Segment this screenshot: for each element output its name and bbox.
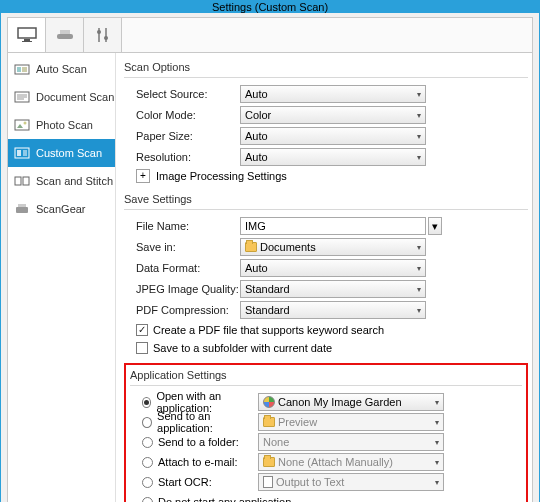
- window-title: Settings (Custom Scan): [212, 1, 328, 13]
- send-app-radio[interactable]: Send to an application:: [130, 410, 258, 434]
- chevron-down-icon: ▾: [417, 132, 421, 141]
- app-icon: [263, 396, 275, 408]
- svg-point-6: [97, 30, 101, 34]
- sidebar-item-document-scan[interactable]: Document Scan: [8, 83, 115, 111]
- select-source-dropdown[interactable]: Auto▾: [240, 85, 426, 103]
- sidebar-item-label: Auto Scan: [36, 63, 87, 75]
- svg-rect-24: [16, 207, 28, 213]
- sidebar-item-auto-scan[interactable]: Auto Scan: [8, 55, 115, 83]
- attach-email-radio[interactable]: Attach to e-mail:: [130, 456, 258, 468]
- sidebar-item-label: Custom Scan: [36, 147, 102, 159]
- sidebar-item-scan-stitch[interactable]: Scan and Stitch: [8, 167, 115, 195]
- radio-icon: [142, 457, 153, 468]
- svg-rect-10: [17, 67, 21, 72]
- svg-rect-25: [18, 204, 26, 207]
- radio-icon: [142, 497, 153, 503]
- image-processing-label: Image Processing Settings: [156, 170, 287, 182]
- sidebar-item-label: Scan and Stitch: [36, 175, 113, 187]
- save-subfolder-checkbox[interactable]: Save to a subfolder with current date: [124, 339, 528, 357]
- svg-rect-22: [15, 177, 21, 185]
- do-not-start-radio[interactable]: Do not start any application: [130, 496, 291, 502]
- svg-rect-0: [18, 28, 36, 38]
- svg-point-18: [24, 122, 27, 125]
- auto-scan-icon: [14, 62, 30, 76]
- chevron-down-icon: ▾: [417, 306, 421, 315]
- radio-icon: [142, 437, 153, 448]
- create-pdf-keyword-label: Create a PDF file that supports keyword …: [153, 324, 384, 336]
- chevron-down-icon: ▾: [435, 418, 439, 427]
- svg-rect-23: [23, 177, 29, 185]
- send-app-dropdown[interactable]: Preview▾: [258, 413, 444, 431]
- image-processing-expand[interactable]: + Image Processing Settings: [124, 169, 528, 183]
- chevron-down-icon: ▾: [417, 264, 421, 273]
- checkbox-unchecked-icon: [136, 342, 148, 354]
- save-settings-title: Save Settings: [124, 193, 528, 205]
- create-pdf-keyword-checkbox[interactable]: ✓ Create a PDF file that supports keywor…: [124, 321, 528, 339]
- plus-icon: +: [136, 169, 150, 183]
- radio-icon: [142, 417, 152, 428]
- scan-options-title: Scan Options: [124, 61, 528, 73]
- main-area: Auto Scan Document Scan Photo Scan Custo…: [7, 53, 533, 502]
- sliders-icon: [94, 26, 112, 44]
- svg-rect-1: [24, 39, 30, 41]
- pdf-compression-label: PDF Compression:: [124, 304, 240, 316]
- paper-size-label: Paper Size:: [124, 130, 240, 142]
- monitor-icon: [16, 26, 38, 44]
- svg-rect-20: [17, 150, 21, 156]
- data-format-dropdown[interactable]: Auto▾: [240, 259, 426, 277]
- save-in-dropdown[interactable]: Documents▾: [240, 238, 426, 256]
- resolution-dropdown[interactable]: Auto▾: [240, 148, 426, 166]
- folder-icon: [263, 417, 275, 427]
- scanner-icon: [54, 26, 76, 44]
- sidebar: Auto Scan Document Scan Photo Scan Custo…: [8, 53, 116, 502]
- chevron-down-icon: ▾: [417, 153, 421, 162]
- color-mode-label: Color Mode:: [124, 109, 240, 121]
- open-with-dropdown[interactable]: Canon My Image Garden▾: [258, 393, 444, 411]
- color-mode-dropdown[interactable]: Color▾: [240, 106, 426, 124]
- svg-rect-3: [57, 34, 73, 39]
- folder-icon: [263, 457, 275, 467]
- svg-rect-4: [60, 30, 70, 34]
- save-subfolder-label: Save to a subfolder with current date: [153, 342, 332, 354]
- chevron-down-icon: ▾: [435, 458, 439, 467]
- file-name-label: File Name:: [124, 220, 240, 232]
- scangear-icon: [14, 202, 30, 216]
- sidebar-item-scangear[interactable]: ScanGear: [8, 195, 115, 223]
- tab-general-settings[interactable]: [84, 18, 122, 52]
- attach-email-dropdown[interactable]: None (Attach Manually)▾: [258, 453, 444, 471]
- paper-size-dropdown[interactable]: Auto▾: [240, 127, 426, 145]
- divider: [124, 77, 528, 78]
- radio-icon: [142, 477, 153, 488]
- sidebar-item-photo-scan[interactable]: Photo Scan: [8, 111, 115, 139]
- application-settings-highlight: Application Settings Open with an applic…: [124, 363, 528, 502]
- send-folder-radio[interactable]: Send to a folder:: [130, 436, 258, 448]
- titlebar: Settings (Custom Scan): [1, 1, 539, 13]
- send-folder-dropdown[interactable]: None▾: [258, 433, 444, 451]
- tab-scan-from-computer[interactable]: [8, 18, 46, 52]
- data-format-label: Data Format:: [124, 262, 240, 274]
- svg-marker-17: [17, 124, 23, 128]
- document-icon: [263, 476, 273, 488]
- settings-panel: Scan Options Select Source: Auto▾ Color …: [116, 53, 532, 502]
- folder-icon: [245, 242, 257, 252]
- stitch-icon: [14, 174, 30, 188]
- start-ocr-radio[interactable]: Start OCR:: [130, 476, 258, 488]
- start-ocr-dropdown[interactable]: Output to Text▾: [258, 473, 444, 491]
- chevron-down-icon: ▾: [435, 398, 439, 407]
- jpeg-quality-dropdown[interactable]: Standard▾: [240, 280, 426, 298]
- pdf-compression-dropdown[interactable]: Standard▾: [240, 301, 426, 319]
- file-name-dropdown-arrow[interactable]: ▾: [428, 217, 442, 235]
- radio-checked-icon: [142, 397, 151, 408]
- save-in-label: Save in:: [124, 241, 240, 253]
- svg-rect-21: [23, 150, 27, 156]
- chevron-down-icon: ▾: [435, 478, 439, 487]
- sidebar-item-custom-scan[interactable]: Custom Scan: [8, 139, 115, 167]
- tab-scan-from-panel[interactable]: [46, 18, 84, 52]
- sidebar-item-label: ScanGear: [36, 203, 86, 215]
- svg-rect-2: [22, 41, 32, 42]
- custom-scan-icon: [14, 146, 30, 160]
- svg-point-8: [104, 36, 108, 40]
- settings-window: Settings (Custom Scan) Auto Scan: [0, 0, 540, 502]
- file-name-input[interactable]: IMG: [240, 217, 426, 235]
- select-source-label: Select Source:: [124, 88, 240, 100]
